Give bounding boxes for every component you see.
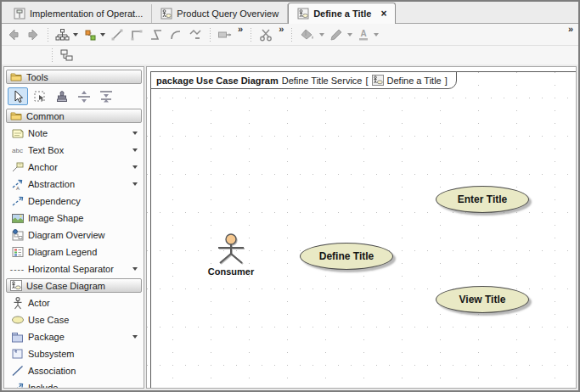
palette-item-association[interactable]: Association (6, 362, 142, 379)
diagram-canvas[interactable]: package Use Case Diagram Define Title Se… (146, 66, 577, 389)
package-frame-header[interactable]: package Use Case Diagram Define Title Se… (150, 71, 457, 89)
chevron-down-icon[interactable] (132, 165, 138, 169)
image-shape-icon (11, 213, 25, 224)
vertical-separator-tool-button[interactable] (74, 87, 94, 105)
tab-product-query-overview[interactable]: Product Query Overview (152, 4, 288, 23)
svg-text:A: A (361, 29, 367, 38)
palette-item-label: Anchor (28, 162, 58, 172)
palette-item-note[interactable]: Note (6, 125, 142, 142)
chevron-down-icon[interactable] (132, 148, 138, 152)
section-title: Tools (26, 72, 48, 82)
palette-item-label: Include (28, 383, 58, 389)
diagram-palette: Tools (3, 66, 144, 389)
chevron-down-icon[interactable] (100, 33, 105, 36)
marquee-icon (33, 90, 47, 104)
tab-label: Define a Title (313, 8, 371, 19)
content-area: Tools (2, 64, 578, 390)
interaction-diagram-icon (14, 8, 25, 20)
collapse-arrows-icon (99, 90, 114, 104)
main-toolbar: » » A (2, 24, 578, 46)
use-case-define-title[interactable]: Define Title (300, 243, 393, 270)
toolbar-separator (208, 27, 212, 42)
palette-item-abstraction[interactable]: A Abstraction (6, 176, 142, 193)
section-title: Use Case Diagram (26, 281, 105, 291)
line-color-button[interactable] (328, 26, 353, 43)
forward-button[interactable] (25, 26, 42, 43)
use-case-diagram-icon (160, 8, 172, 20)
chevron-down-icon[interactable] (374, 33, 379, 36)
font-color-button[interactable]: A (356, 26, 380, 43)
svg-text:A: A (16, 186, 20, 191)
palette-item-include[interactable]: Include (6, 379, 142, 389)
palette-section-common[interactable]: Common (6, 109, 142, 123)
zigzag-path-button[interactable] (187, 26, 204, 43)
palette-item-diagram-legend[interactable]: Diagram Legend (6, 244, 142, 260)
chevron-down-icon[interactable] (132, 182, 138, 186)
palette-item-text-box[interactable]: abc Text Box (6, 142, 142, 159)
palette-item-use-case[interactable]: Use Case (6, 311, 142, 328)
palette-item-dependency[interactable]: Dependency (6, 193, 142, 210)
actor-consumer[interactable]: Consumer (207, 233, 255, 277)
chevron-down-icon[interactable] (132, 335, 138, 339)
chevron-down-icon[interactable] (132, 267, 138, 271)
chevron-down-icon[interactable] (73, 33, 78, 36)
containment-button[interactable] (59, 47, 76, 64)
fill-color-button[interactable] (298, 26, 325, 43)
palette-item-image-shape[interactable]: Image Shape (6, 210, 142, 227)
use-case-label: Enter Title (458, 193, 507, 205)
use-case-diagram-icon (10, 280, 22, 291)
palette-item-anchor[interactable]: Anchor (6, 159, 142, 176)
palette-section-use-case-diagram[interactable]: Use Case Diagram (6, 278, 142, 293)
diagram-legend-icon (11, 246, 25, 258)
rectilinear-path-button[interactable] (128, 26, 145, 43)
chevron-down-icon[interactable] (319, 33, 324, 36)
use-case-diagram-icon (297, 8, 309, 20)
bent-path-button[interactable] (148, 26, 165, 43)
palette-item-horizontal-separator[interactable]: ---- Horizontal Separator (6, 260, 142, 277)
toolbar-overflow-icon[interactable]: » (236, 24, 245, 34)
marquee-zoom-tool-button[interactable] (30, 87, 50, 105)
curved-path-button[interactable] (167, 26, 184, 43)
frame-name: Define Title Service (282, 76, 363, 86)
package-icon (11, 332, 24, 343)
toolbar-drag-handle[interactable] (50, 48, 54, 63)
subsystem-icon (11, 348, 24, 360)
insert-shape-button[interactable] (217, 26, 234, 43)
horizontal-separator-tool-button[interactable] (96, 87, 116, 105)
actor-label: Consumer (208, 266, 254, 277)
palette-item-subsystem[interactable]: Subsystem (6, 345, 142, 362)
text-box-icon: abc (12, 147, 23, 154)
chevron-down-icon[interactable] (132, 132, 138, 135)
toolbar-overflow-icon[interactable]: » (566, 24, 575, 34)
palette-item-package[interactable]: Package (6, 328, 142, 345)
abstraction-icon: A (11, 178, 25, 190)
palette-section-tools[interactable]: Tools (6, 70, 142, 84)
tab-implementation-of-operations[interactable]: Implementation of Operat... (5, 4, 152, 23)
chevron-down-icon[interactable] (347, 33, 352, 36)
layout-tree-button[interactable] (54, 26, 79, 43)
sticky-tool-button[interactable] (52, 87, 72, 105)
quick-layout-button[interactable] (82, 26, 106, 43)
palette-item-label: Use Case (28, 315, 69, 325)
palette-item-label: Horizontal Separator (28, 264, 114, 274)
use-case-view-title[interactable]: View Title (436, 286, 529, 313)
toolbar-separator (249, 27, 253, 42)
use-case-enter-title[interactable]: Enter Title (436, 186, 529, 213)
back-button[interactable] (5, 26, 22, 43)
oblique-path-icon (110, 28, 124, 42)
dependency-icon (11, 195, 25, 207)
toolbar-overflow-icon[interactable]: » (277, 24, 285, 34)
palette-item-label: Image Shape (28, 213, 83, 223)
secondary-toolbar (2, 46, 578, 64)
curved-path-icon (169, 28, 183, 42)
palette-item-label: Abstraction (28, 179, 75, 189)
close-tab-icon[interactable]: × (380, 8, 386, 20)
selection-tool-button[interactable] (8, 87, 28, 105)
oblique-path-button[interactable] (109, 26, 126, 43)
palette-item-diagram-overview[interactable]: Diagram Overview (6, 227, 142, 244)
split-arrows-icon (76, 90, 92, 104)
tab-define-a-title[interactable]: Define a Title × (288, 3, 396, 24)
palette-item-actor[interactable]: Actor (6, 294, 142, 311)
diagram-tab-bar: Implementation of Operat... Product Quer… (2, 2, 578, 24)
cut-button[interactable] (257, 26, 274, 43)
